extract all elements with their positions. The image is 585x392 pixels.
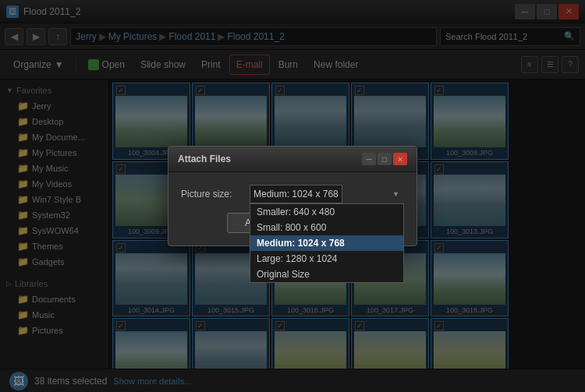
option-small[interactable]: Small: 800 x 600: [250, 220, 403, 235]
picture-size-dropdown: Smaller: 640 x 480 Small: 800 x 600 Medi…: [250, 203, 404, 283]
attach-files-dialog: Attach Files ─ □ ✕ Picture size: Smaller…: [168, 146, 417, 246]
picture-size-row: Picture size: Smaller: 640 x 480 Small: …: [181, 185, 404, 203]
modal-title: Attach Files: [178, 154, 360, 164]
modal-minimize-button[interactable]: ─: [362, 153, 376, 165]
picture-size-select-wrapper: Smaller: 640 x 480 Small: 800 x 600 Medi…: [250, 185, 404, 203]
option-medium[interactable]: Medium: 1024 x 768: [250, 235, 403, 251]
modal-close-button[interactable]: ✕: [393, 153, 407, 165]
modal-body: Picture size: Smaller: 640 x 480 Small: …: [168, 172, 417, 245]
option-large[interactable]: Large: 1280 x 1024: [250, 251, 403, 267]
picture-size-select[interactable]: Smaller: 640 x 480 Small: 800 x 600 Medi…: [250, 185, 342, 203]
option-original[interactable]: Original Size: [250, 267, 403, 282]
modal-title-bar: Attach Files ─ □ ✕: [168, 147, 417, 172]
picture-size-label: Picture size:: [181, 189, 243, 200]
modal-overlay: Attach Files ─ □ ✕ Picture size: Smaller…: [0, 0, 585, 392]
modal-maximize-button[interactable]: □: [378, 153, 392, 165]
option-smaller[interactable]: Smaller: 640 x 480: [250, 204, 403, 220]
